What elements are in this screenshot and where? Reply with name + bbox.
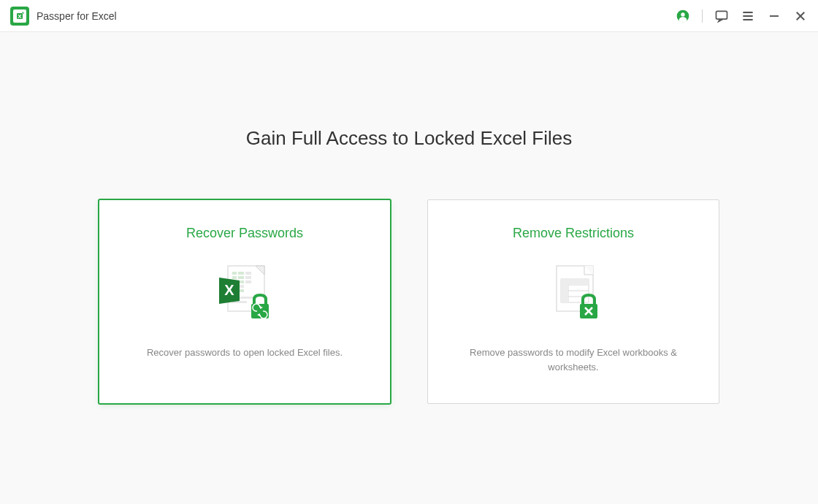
app-logo-icon: X xyxy=(10,7,29,26)
svg-rect-15 xyxy=(232,276,237,279)
cards-container: Recover Passwords xyxy=(99,199,719,404)
app-title: Passper for Excel xyxy=(37,10,117,22)
svg-rect-17 xyxy=(245,276,251,279)
recover-passwords-card[interactable]: Recover Passwords xyxy=(99,199,391,404)
svg-rect-14 xyxy=(245,272,251,275)
titlebar: X Passper for Excel xyxy=(0,0,818,32)
feedback-icon[interactable] xyxy=(714,9,729,23)
titlebar-left: X Passper for Excel xyxy=(10,7,117,26)
menu-icon[interactable] xyxy=(741,9,755,23)
minimize-icon[interactable] xyxy=(767,9,781,23)
recover-card-title: Recover Passwords xyxy=(186,226,303,241)
svg-rect-16 xyxy=(238,276,244,279)
svg-point-3 xyxy=(681,12,684,16)
main-content: Gain Full Access to Locked Excel Files R… xyxy=(0,32,818,404)
titlebar-divider xyxy=(702,9,703,23)
main-heading: Gain Full Access to Locked Excel Files xyxy=(246,127,573,150)
svg-rect-20 xyxy=(245,280,251,283)
titlebar-right xyxy=(676,9,808,23)
close-icon[interactable] xyxy=(793,9,808,23)
remove-restrictions-icon xyxy=(540,261,606,327)
svg-rect-13 xyxy=(238,272,244,275)
svg-rect-39 xyxy=(561,279,589,285)
remove-card-title: Remove Restrictions xyxy=(513,226,634,241)
recover-passwords-icon: X xyxy=(212,261,278,327)
account-icon[interactable] xyxy=(676,9,690,23)
recover-card-description: Recover passwords to open locked Excel f… xyxy=(147,345,343,360)
svg-text:X: X xyxy=(18,13,22,20)
svg-text:X: X xyxy=(224,282,234,298)
remove-restrictions-card[interactable]: Remove Restrictions xyxy=(427,199,719,404)
svg-rect-12 xyxy=(232,272,237,275)
remove-card-description: Remove passwords to modify Excel workboo… xyxy=(460,345,687,374)
svg-rect-4 xyxy=(716,11,727,19)
